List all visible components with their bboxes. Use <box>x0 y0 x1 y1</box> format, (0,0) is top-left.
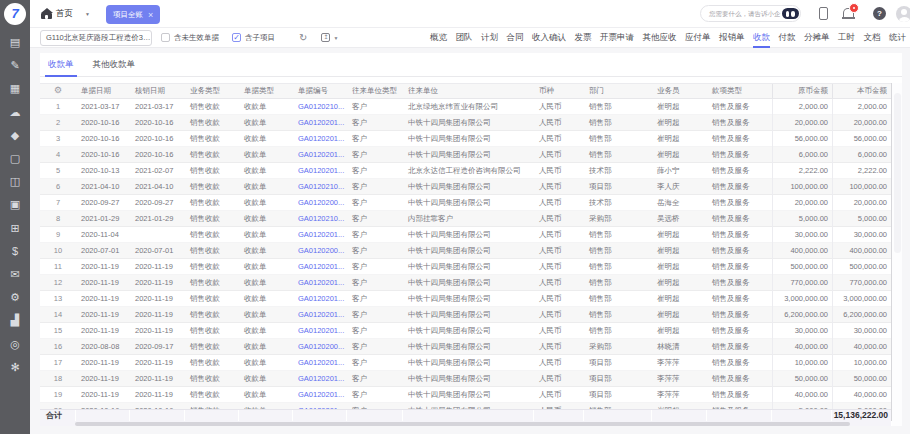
nav-item-团队[interactable]: 团队 <box>456 28 473 48</box>
column-header-单据类型[interactable]: 单据类型 <box>239 84 293 98</box>
home-caret-icon[interactable]: ▼ <box>85 11 90 17</box>
table-row[interactable]: 112020-11-192020-11-19销售收款收款单GA0120201..… <box>40 259 891 275</box>
finance-icon[interactable]: $ <box>0 244 30 258</box>
nav-item-开票申请[interactable]: 开票申请 <box>600 28 634 48</box>
cell-doc_no[interactable]: GA0120210... <box>293 179 347 195</box>
doc-tab-其他收款单[interactable]: 其他收款单 <box>90 53 139 77</box>
assistant-search-input[interactable]: 您需要什么，请告诉小企 <box>700 5 801 22</box>
nav-item-工时[interactable]: 工时 <box>838 28 855 48</box>
column-header-币种[interactable]: 币种 <box>534 84 584 98</box>
cell-doc_no[interactable]: GA0120201... <box>293 275 347 291</box>
history-icon[interactable]: ◎ <box>0 337 30 351</box>
cell-doc_no[interactable]: GA0120210... <box>293 99 347 115</box>
table-row[interactable]: 32020-10-162020-10-16销售收款收款单GA0120201...… <box>40 131 891 147</box>
table-row[interactable]: 92020-11-04销售收款收款单GA0120201...客户中铁十四局集团有… <box>40 227 891 243</box>
project-select[interactable]: G110北京延庆路段工程造价3… <box>40 30 152 46</box>
table-row[interactable]: 22020-10-162020-10-16销售收款收款单GA0120201...… <box>40 115 891 131</box>
shield-icon[interactable]: ◆ <box>0 128 30 142</box>
nav-item-合同[interactable]: 合同 <box>507 28 524 48</box>
nav-item-计划[interactable]: 计划 <box>481 28 498 48</box>
table-row[interactable]: 42020-10-162020-10-16销售收款收款单GA0120201...… <box>40 147 891 163</box>
table-row[interactable]: 72020-09-272020-09-27销售收款收款单GA0120200...… <box>40 195 891 211</box>
tab-project-full-account[interactable]: 项目全账 × <box>106 5 160 24</box>
cell-doc_no[interactable]: GA0120201... <box>293 259 347 275</box>
app-logo[interactable]: 7 <box>4 3 26 25</box>
cell-doc_no[interactable]: GA0120201... <box>293 227 347 243</box>
nav-item-概览[interactable]: 概览 <box>430 28 447 48</box>
cell-doc_no[interactable]: GA0120201... <box>293 291 347 307</box>
column-header-单据日期[interactable]: 单据日期 <box>76 84 130 98</box>
column-header-原币金额[interactable]: 原币金额 <box>772 84 832 98</box>
nav-item-发票[interactable]: 发票 <box>575 28 592 48</box>
nav-item-报销单[interactable]: 报销单 <box>719 28 745 48</box>
table-row[interactable]: 82021-01-292021-01-29销售收款收款单GA0120210...… <box>40 211 891 227</box>
cell-doc_no[interactable]: GA0120201... <box>293 115 347 131</box>
export-icon[interactable]: ↥ <box>321 33 330 42</box>
refresh-icon[interactable]: ↻ <box>299 32 307 43</box>
avatar[interactable] <box>896 6 910 22</box>
column-header-款项类型[interactable]: 款项类型 <box>707 84 772 98</box>
column-settings-gear-icon[interactable]: ⚙ <box>40 84 76 98</box>
table-row[interactable]: 182020-11-192020-11-19销售收款收款单GA0120201..… <box>40 371 891 387</box>
cell-doc_no[interactable]: GA0120201... <box>293 307 347 323</box>
module-icon[interactable]: ◫ <box>0 174 30 188</box>
table-row[interactable]: 132020-11-192020-11-19销售收款收款单GA0120201..… <box>40 291 891 307</box>
notification-bell-icon[interactable] <box>842 8 855 20</box>
tab-close-icon[interactable]: × <box>148 10 153 20</box>
cell-doc_no[interactable]: GA0120200... <box>293 195 347 211</box>
table-row[interactable]: 62021-04-102021-04-10销售收款收款单GA0120210...… <box>40 179 891 195</box>
assistant-toggle-icon[interactable] <box>782 8 799 19</box>
settings-icon[interactable]: ⚙ <box>0 290 30 304</box>
cell-doc_no[interactable]: GA0120200... <box>293 339 347 355</box>
checkbox-unposted[interactable] <box>161 33 170 42</box>
cell-doc_no[interactable]: GA0120201... <box>293 147 347 163</box>
table-row[interactable]: 52020-10-132021-02-07销售收款收款单GA0120201...… <box>40 163 891 179</box>
checkbox-subproject[interactable]: ✓ <box>232 33 241 42</box>
nav-item-文档[interactable]: 文档 <box>864 28 881 48</box>
nav-item-收款[interactable]: 收款 <box>753 28 770 48</box>
cell-doc_no[interactable]: GA0120201... <box>293 131 347 147</box>
column-header-往来单位[interactable]: 往来单位 <box>403 84 534 98</box>
column-header-业务类型[interactable]: 业务类型 <box>185 84 239 98</box>
help-icon[interactable]: ? <box>873 7 886 20</box>
mobile-icon[interactable] <box>819 7 828 20</box>
table-row[interactable]: 122020-11-192020-11-19销售收款收款单GA0120201..… <box>40 275 891 291</box>
nav-item-其他应收[interactable]: 其他应收 <box>643 28 677 48</box>
table-row[interactable]: 192020-11-192020-11-19销售收款收款单GA0120201..… <box>40 387 891 403</box>
report-mail-icon[interactable]: ✉ <box>0 267 30 281</box>
horizontal-scrollbar-thumb[interactable] <box>75 422 850 426</box>
cell-doc_no[interactable]: GA0120200... <box>293 243 347 259</box>
cell-doc_no[interactable]: GA0120201... <box>293 163 347 179</box>
cell-doc_no[interactable]: GA0120210... <box>293 211 347 227</box>
calendar-icon[interactable]: ▣ <box>0 197 30 211</box>
column-header-本币金额[interactable]: 本币金额 <box>832 84 891 98</box>
nav-item-收入确认[interactable]: 收入确认 <box>532 28 566 48</box>
cloud-icon[interactable]: ☁ <box>0 105 30 119</box>
ledger-icon[interactable]: ▦ <box>0 81 30 95</box>
archive-icon[interactable]: ▢ <box>0 151 30 165</box>
column-header-单据编号[interactable]: 单据编号 <box>293 84 347 98</box>
column-header-往来单位类型[interactable]: 往来单位类型 <box>347 84 403 98</box>
cell-doc_no[interactable]: GA0120201... <box>293 355 347 371</box>
cell-doc_no[interactable]: GA0120201... <box>293 323 347 339</box>
cell-doc_no[interactable]: GA0120201... <box>293 371 347 387</box>
column-header-部门[interactable]: 部门 <box>584 84 652 98</box>
table-row[interactable]: 172020-11-192020-11-19销售收款收款单GA0120201..… <box>40 355 891 371</box>
table-row[interactable]: 12021-03-172021-03-17销售收款收款单GA0120210...… <box>40 99 891 115</box>
table-row[interactable]: 152020-11-192020-11-19销售收款收款单GA0120201..… <box>40 323 891 339</box>
nav-item-应付单[interactable]: 应付单 <box>685 28 711 48</box>
nav-item-分摊单[interactable]: 分摊单 <box>804 28 830 48</box>
doc-tab-收款单[interactable]: 收款单 <box>45 53 77 77</box>
table-row[interactable]: 142020-11-192020-11-19销售收款收款单GA0120201..… <box>40 307 891 323</box>
column-header-核销日期[interactable]: 核销日期 <box>130 84 185 98</box>
plugin-icon[interactable]: ✻ <box>0 360 30 374</box>
cell-doc_no[interactable]: GA0120201... <box>293 387 347 403</box>
dashboard-icon[interactable]: ▤ <box>0 35 30 49</box>
vertical-scrollbar-thumb[interactable] <box>894 93 901 253</box>
column-header-业务员[interactable]: 业务员 <box>652 84 707 98</box>
apps-grid-icon[interactable]: ⊞ <box>0 221 30 235</box>
table-row[interactable]: 162020-08-082020-09-17销售收款收款单GA0120200..… <box>40 339 891 355</box>
table-row[interactable]: 102020-07-012020-07-01销售收款收款单GA0120200..… <box>40 243 891 259</box>
home-button[interactable]: 首页 ▼ <box>41 0 90 27</box>
chart-icon[interactable]: ▟ <box>0 313 30 327</box>
